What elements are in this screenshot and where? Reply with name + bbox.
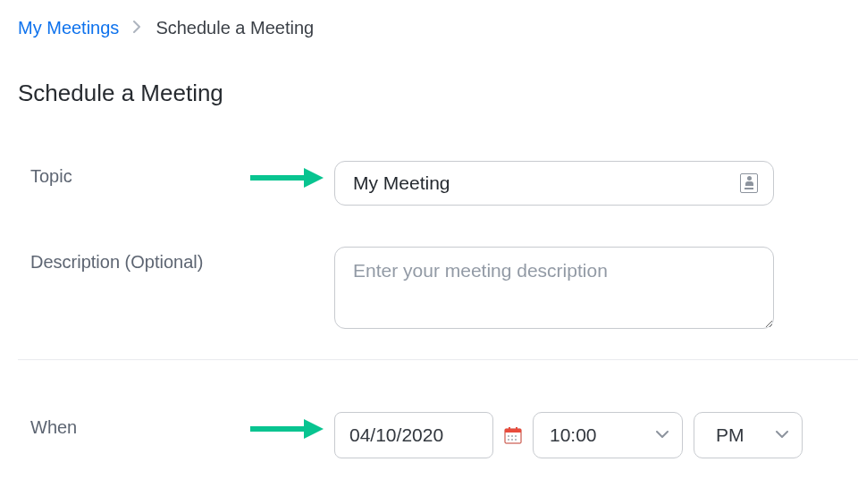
svg-rect-5	[505, 429, 521, 433]
svg-rect-13	[515, 439, 517, 441]
row-description: Description (Optional)	[18, 220, 858, 347]
breadcrumb-current: Schedule a Meeting	[156, 18, 314, 38]
row-topic: Topic	[18, 147, 858, 220]
row-when: When	[18, 360, 858, 473]
svg-rect-12	[511, 439, 513, 441]
annotation-arrow-icon	[248, 166, 324, 193]
contacts-icon[interactable]	[740, 173, 758, 193]
breadcrumb-link-my-meetings[interactable]: My Meetings	[18, 18, 119, 38]
svg-marker-1	[304, 168, 324, 188]
svg-rect-7	[516, 427, 517, 431]
page-title: Schedule a Meeting	[18, 80, 858, 107]
svg-rect-10	[515, 435, 517, 437]
description-textarea[interactable]	[334, 247, 774, 329]
svg-marker-3	[304, 419, 324, 439]
svg-rect-11	[508, 439, 509, 441]
breadcrumb: My Meetings Schedule a Meeting	[18, 18, 858, 38]
ampm-select[interactable]	[694, 412, 803, 458]
svg-rect-9	[511, 435, 513, 437]
date-input[interactable]	[334, 412, 493, 458]
time-select[interactable]	[533, 412, 683, 458]
chevron-right-icon	[133, 21, 141, 37]
label-description: Description (Optional)	[30, 247, 334, 273]
topic-input[interactable]	[334, 161, 774, 206]
svg-rect-8	[508, 435, 509, 437]
svg-rect-6	[509, 427, 510, 431]
calendar-icon[interactable]	[504, 426, 522, 444]
annotation-arrow-icon	[248, 417, 324, 444]
